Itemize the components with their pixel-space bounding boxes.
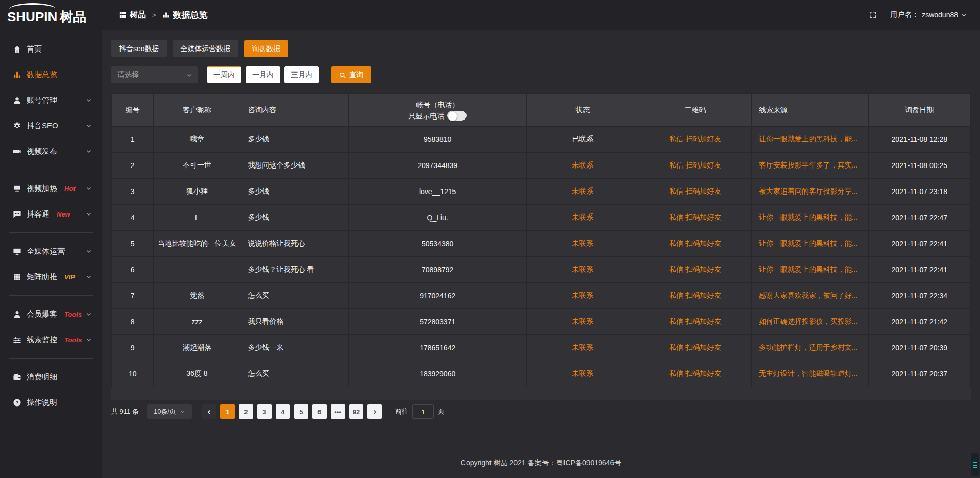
select-placeholder: 请选择 xyxy=(117,70,139,80)
cell-source-link[interactable]: 感谢大家喜欢我家，被问了好... xyxy=(751,283,868,309)
goto-unit: 页 xyxy=(438,407,445,416)
logo-text-en: SHUPIN xyxy=(7,9,57,25)
cell-nickname: 觉然 xyxy=(154,283,240,309)
cell-qrcode-links[interactable]: 私信 扫码加好友 xyxy=(639,309,751,335)
chevron-down-icon xyxy=(86,248,92,254)
search-button[interactable]: 查询 xyxy=(331,66,371,83)
cell-account: 572803371 xyxy=(349,309,526,335)
sidebar-item-home[interactable]: 首页 xyxy=(0,37,102,61)
sidebar-item-account-mgmt[interactable]: 账号管理 xyxy=(0,88,102,112)
page-ellipsis-button[interactable]: ••• xyxy=(331,404,345,419)
cell-qrcode-links[interactable]: 私信 扫码加好友 xyxy=(639,179,751,205)
header-account-title: 帐号（电话） xyxy=(349,99,526,110)
goto-page-input[interactable] xyxy=(412,404,434,419)
cell-source-link[interactable]: 让你一眼就爱上的黑科技，能... xyxy=(751,205,868,231)
page-size-select[interactable]: 10条/页 xyxy=(147,404,192,419)
cell-content: 怎么买 xyxy=(240,361,349,387)
cell-qrcode-links[interactable]: 私信 扫码加好友 xyxy=(639,205,751,231)
cell-no: 2 xyxy=(112,153,154,179)
sidebar-item-matrix-boost[interactable]: 矩阵助推 VIP xyxy=(0,265,102,289)
cell-source-link[interactable]: 无主灯设计，智能磁吸轨道灯... xyxy=(751,361,868,387)
phone-only-toggle[interactable] xyxy=(447,111,467,121)
bar-chart-icon xyxy=(162,11,170,19)
next-page-button[interactable] xyxy=(368,404,382,419)
cell-no: 4 xyxy=(112,205,154,231)
range-month-button[interactable]: 一月内 xyxy=(246,66,280,83)
cell-source-link[interactable]: 如何正确选择投影仪，买投影... xyxy=(751,309,868,335)
cell-source-link[interactable]: 让你一眼就爱上的黑科技，能... xyxy=(751,231,868,257)
cell-source-link[interactable]: 被大家追着问的客厅投影分享... xyxy=(751,179,868,205)
sidebar-item-label: 抖音SEO xyxy=(27,121,58,131)
range-quarter-button[interactable]: 三月内 xyxy=(284,66,319,83)
sidebar-item-video-publish[interactable]: 视频发布 xyxy=(0,139,102,163)
page-footer: Copyright 树品 2021 备案号：粤ICP备09019646号 xyxy=(102,448,980,478)
user-menu[interactable]: 用户名：zswodun88 xyxy=(890,10,967,19)
cell-status: 未联系 xyxy=(526,283,639,309)
chevron-down-icon xyxy=(186,72,192,78)
sidebar-item-omni-media[interactable]: 全媒体运营 xyxy=(0,239,102,264)
cell-date: 2021-11-08 12:28 xyxy=(868,127,970,153)
cell-source-link[interactable]: 客厅安装投影半年多了，真实... xyxy=(751,153,868,179)
search-icon xyxy=(339,71,346,79)
cell-qrcode-links[interactable]: 私信 扫码加好友 xyxy=(639,335,751,361)
tools-badge: Tools xyxy=(64,336,82,344)
page-button-6[interactable]: 6 xyxy=(312,404,327,419)
tab-douyin-seo-data[interactable]: 抖音seo数据 xyxy=(111,40,167,57)
cell-status: 未联系 xyxy=(526,257,639,283)
sidebar-item-lead-monitor[interactable]: 线索监控 Tools xyxy=(0,327,102,352)
sidebar-item-label: 线索监控 xyxy=(27,335,57,345)
cell-source-link[interactable]: 让你一眼就爱上的黑科技，能... xyxy=(751,257,868,283)
user-icon xyxy=(13,96,21,105)
table-row: 1哦章多少钱9583810已联系私信 扫码加好友让你一眼就爱上的黑科技，能...… xyxy=(112,127,971,153)
breadcrumb-current[interactable]: 数据总览 xyxy=(162,9,208,21)
range-week-button[interactable]: 一周内 xyxy=(207,66,241,83)
tab-omni-media-data[interactable]: 全媒体运营数据 xyxy=(173,40,238,57)
sidebar-item-douketong[interactable]: 抖客通 New xyxy=(0,202,102,226)
cell-account: 9583810 xyxy=(349,127,526,153)
cell-source-link[interactable]: 让你一眼就爱上的黑科技，能... xyxy=(751,127,868,153)
page-button-92[interactable]: 92 xyxy=(349,404,363,419)
page-button-2[interactable]: 2 xyxy=(239,404,253,419)
page-list: 123456•••92 xyxy=(218,404,365,419)
chat-bubble-icon xyxy=(13,210,21,219)
cell-nickname: 狐小狸 xyxy=(154,179,240,205)
cell-no: 9 xyxy=(112,335,154,361)
cell-content: 怎么买 xyxy=(240,283,349,309)
cell-no: 8 xyxy=(112,309,154,335)
cell-qrcode-links[interactable]: 私信 扫码加好友 xyxy=(639,127,751,153)
sidebar-item-instructions[interactable]: ? 操作说明 xyxy=(0,390,102,415)
sidebar-item-douyin-seo[interactable]: 抖音SEO xyxy=(0,113,102,138)
page-button-5[interactable]: 5 xyxy=(294,404,308,419)
cell-date: 2021-11-07 21:42 xyxy=(868,309,970,335)
cell-qrcode-links[interactable]: 私信 扫码加好友 xyxy=(639,361,751,387)
cell-qrcode-links[interactable]: 私信 扫码加好友 xyxy=(639,153,751,179)
cell-status: 未联系 xyxy=(526,335,639,361)
sidebar-item-member-burst[interactable]: 会员爆客 Tools xyxy=(0,302,102,326)
cell-source-link[interactable]: 多功能护栏灯，适用于乡村文... xyxy=(751,335,868,361)
sidebar-item-data-overview[interactable]: 数据总览 xyxy=(0,62,102,87)
sidebar-item-label: 抖客通 xyxy=(27,209,50,219)
breadcrumb-root[interactable]: 树品 xyxy=(119,10,146,20)
logo-text-cn: 树品 xyxy=(60,9,86,25)
sidebar-item-spend-detail[interactable]: 消费明细 xyxy=(0,365,102,389)
header-qrcode: 二维码 xyxy=(639,94,751,127)
cell-qrcode-links[interactable]: 私信 扫码加好友 xyxy=(639,257,751,283)
topbar: 树品 > 数据总览 用户名：zswodun88 xyxy=(102,0,980,30)
cell-no: 5 xyxy=(112,231,154,257)
account-select[interactable]: 请选择 xyxy=(111,66,198,83)
cell-date: 2021-11-08 00:25 xyxy=(868,153,970,179)
sliders-icon xyxy=(13,336,21,344)
prev-page-button[interactable] xyxy=(202,404,216,419)
sidebar-item-video-heat[interactable]: 视频加热 Hot xyxy=(0,176,102,201)
cell-qrcode-links[interactable]: 私信 扫码加好友 xyxy=(639,231,751,257)
page-button-1[interactable]: 1 xyxy=(220,404,235,419)
new-badge: New xyxy=(57,210,70,218)
page-button-4[interactable]: 4 xyxy=(276,404,290,419)
floating-widget[interactable] xyxy=(971,453,979,476)
page-button-3[interactable]: 3 xyxy=(257,404,272,419)
fullscreen-icon[interactable] xyxy=(869,11,877,19)
data-tabs: 抖音seo数据 全媒体运营数据 询盘数据 xyxy=(111,40,971,57)
header-source: 线索来源 xyxy=(751,94,868,127)
tab-inquiry-data[interactable]: 询盘数据 xyxy=(244,40,288,57)
cell-qrcode-links[interactable]: 私信 扫码加好友 xyxy=(639,283,751,309)
